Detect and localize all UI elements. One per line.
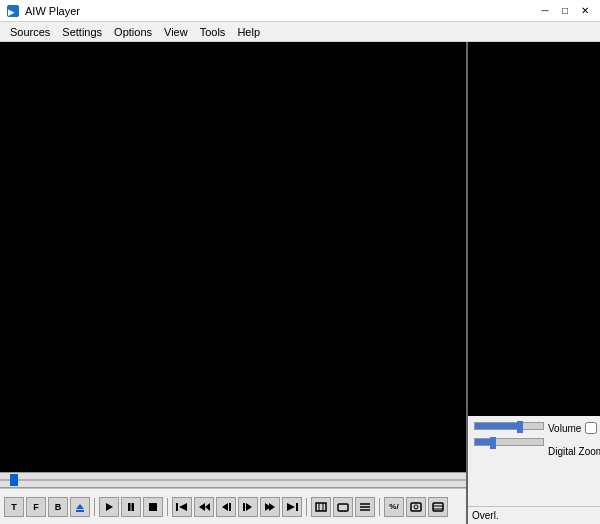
menu-sources[interactable]: Sources bbox=[4, 24, 56, 40]
svg-marker-9 bbox=[179, 503, 187, 511]
menu-icon bbox=[359, 502, 371, 512]
aspect-icon bbox=[315, 502, 327, 512]
sliders-container bbox=[474, 422, 544, 446]
svg-marker-2 bbox=[76, 504, 84, 509]
btn-prev-frame[interactable] bbox=[194, 497, 214, 517]
app-title: AIW Player bbox=[25, 5, 80, 17]
btn-T[interactable]: T bbox=[4, 497, 24, 517]
prev-chapter-icon bbox=[176, 502, 188, 512]
zoom-label-row: Digital Zoom Auto SD bbox=[548, 440, 600, 462]
svg-rect-23 bbox=[338, 504, 348, 511]
svg-point-30 bbox=[414, 505, 418, 509]
right-video-area bbox=[468, 42, 600, 416]
svg-marker-18 bbox=[287, 503, 295, 511]
menu-bar: Sources Settings Options View Tools Help bbox=[0, 22, 600, 42]
btn-menu[interactable] bbox=[355, 497, 375, 517]
play-icon bbox=[104, 502, 114, 512]
step-fwd-icon bbox=[242, 502, 254, 512]
svg-rect-14 bbox=[243, 503, 245, 511]
btn-percent[interactable]: %/ bbox=[384, 497, 404, 517]
display-icon bbox=[337, 502, 349, 512]
volume-slider[interactable] bbox=[474, 422, 544, 430]
volume-row: Volume Mute Digital Zoom Auto SD bbox=[474, 422, 594, 462]
title-bar: ▶ AIW Player ─ □ ✕ bbox=[0, 0, 600, 22]
main-content: T F B bbox=[0, 42, 600, 524]
next-frame-icon bbox=[264, 502, 276, 512]
svg-rect-29 bbox=[411, 503, 421, 511]
volume-fill bbox=[475, 423, 523, 429]
zoom-thumb[interactable] bbox=[490, 437, 496, 449]
maximize-button[interactable]: □ bbox=[556, 3, 574, 19]
btn-aspect[interactable] bbox=[311, 497, 331, 517]
svg-rect-3 bbox=[76, 510, 84, 512]
svg-rect-6 bbox=[132, 503, 135, 511]
title-bar-controls: ─ □ ✕ bbox=[536, 3, 594, 19]
sep3 bbox=[306, 498, 307, 516]
btn-step-back[interactable] bbox=[216, 497, 236, 517]
settings-small-icon bbox=[432, 502, 444, 512]
next-chapter-icon bbox=[286, 502, 298, 512]
controls-bar: T F B bbox=[0, 488, 466, 524]
title-bar-left: ▶ AIW Player bbox=[6, 4, 80, 18]
close-button[interactable]: ✕ bbox=[576, 3, 594, 19]
left-panel: T F B bbox=[0, 42, 468, 524]
svg-rect-19 bbox=[296, 503, 298, 511]
svg-rect-7 bbox=[149, 503, 157, 511]
svg-rect-5 bbox=[128, 503, 131, 511]
pause-icon bbox=[126, 502, 136, 512]
menu-help[interactable]: Help bbox=[231, 24, 266, 40]
menu-options[interactable]: Options bbox=[108, 24, 158, 40]
btn-play[interactable] bbox=[99, 497, 119, 517]
timeline-bar[interactable] bbox=[0, 472, 466, 488]
menu-view[interactable]: View bbox=[158, 24, 194, 40]
timeline-track bbox=[0, 479, 466, 481]
btn-next-chapter[interactable] bbox=[282, 497, 302, 517]
btn-prev-chapter[interactable] bbox=[172, 497, 192, 517]
main-video-area[interactable] bbox=[0, 42, 466, 472]
btn-pause[interactable] bbox=[121, 497, 141, 517]
volume-thumb[interactable] bbox=[517, 421, 523, 433]
prev-frame-icon bbox=[198, 502, 210, 512]
btn-next-frame[interactable] bbox=[260, 497, 280, 517]
overlay-bar: Overl. bbox=[468, 506, 600, 524]
svg-marker-12 bbox=[222, 503, 228, 511]
overlay-label: Overl. bbox=[472, 510, 499, 521]
volume-label-row: Volume Mute bbox=[548, 422, 600, 434]
svg-marker-15 bbox=[246, 503, 252, 511]
svg-marker-11 bbox=[205, 503, 210, 511]
btn-extra1[interactable] bbox=[406, 497, 426, 517]
app-icon: ▶ bbox=[6, 4, 20, 18]
mute-checkbox[interactable] bbox=[585, 422, 597, 434]
svg-rect-8 bbox=[176, 503, 178, 511]
btn-F[interactable]: F bbox=[26, 497, 46, 517]
btn-display[interactable] bbox=[333, 497, 353, 517]
svg-rect-13 bbox=[229, 503, 231, 511]
step-back-icon bbox=[220, 502, 232, 512]
btn-B[interactable]: B bbox=[48, 497, 68, 517]
right-labels: Volume Mute Digital Zoom Auto SD bbox=[548, 422, 600, 462]
zoom-slider[interactable] bbox=[474, 438, 544, 446]
sep2 bbox=[167, 498, 168, 516]
right-controls: Volume Mute Digital Zoom Auto SD bbox=[468, 416, 600, 506]
right-panel: Volume Mute Digital Zoom Auto SD bbox=[468, 42, 600, 524]
digital-zoom-label: Digital Zoom bbox=[548, 446, 600, 457]
btn-stop[interactable] bbox=[143, 497, 163, 517]
mute-checkbox-label: Mute bbox=[585, 422, 600, 434]
timeline-thumb[interactable] bbox=[10, 474, 18, 486]
svg-rect-31 bbox=[433, 503, 443, 511]
svg-marker-17 bbox=[269, 503, 275, 511]
svg-text:▶: ▶ bbox=[8, 8, 15, 17]
minimize-button[interactable]: ─ bbox=[536, 3, 554, 19]
btn-step-fwd[interactable] bbox=[238, 497, 258, 517]
svg-marker-4 bbox=[106, 503, 113, 511]
menu-tools[interactable]: Tools bbox=[194, 24, 232, 40]
stop-icon bbox=[148, 502, 158, 512]
menu-settings[interactable]: Settings bbox=[56, 24, 108, 40]
sep1 bbox=[94, 498, 95, 516]
eject-icon bbox=[75, 502, 85, 512]
svg-marker-10 bbox=[199, 503, 205, 511]
capture-icon bbox=[410, 502, 422, 512]
sep4 bbox=[379, 498, 380, 516]
btn-eject[interactable] bbox=[70, 497, 90, 517]
btn-extra2[interactable] bbox=[428, 497, 448, 517]
